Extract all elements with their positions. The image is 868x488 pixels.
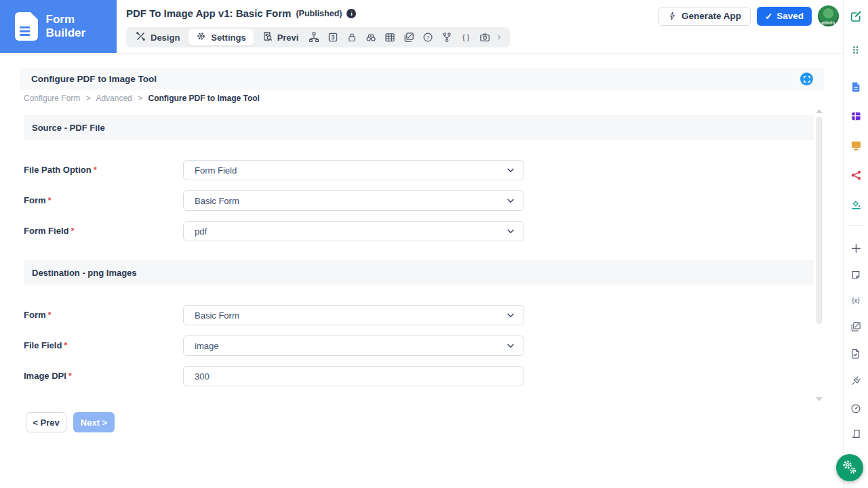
field-label: Form*: [24, 305, 173, 325]
field-value-icon[interactable]: $: [323, 29, 342, 45]
brand-name: Form Builder: [46, 13, 117, 40]
field-label: File Field*: [24, 336, 173, 356]
fullscreen-icon: [804, 76, 810, 83]
report-icon[interactable]: [848, 346, 864, 362]
toolbar-overflow-icon[interactable]: [494, 29, 504, 45]
gears-icon: [838, 456, 861, 479]
dest-form-select[interactable]: Basic Form: [183, 305, 524, 325]
prev-button[interactable]: < Prev: [26, 412, 66, 432]
scrollbar-thumb[interactable]: [816, 117, 822, 324]
page-title: Configure PDF to Image Tool: [31, 74, 157, 84]
field-label: Form Field*: [24, 221, 173, 241]
breadcrumb-item-current: Configure PDF to Image Tool: [148, 94, 259, 103]
scrollbar-down-arrow[interactable]: [816, 397, 823, 401]
variable-icon[interactable]: {x}: [848, 292, 864, 308]
source-form-field-select[interactable]: pdf: [183, 221, 524, 241]
tab-settings-label: Settings: [211, 33, 245, 43]
field-label: Form*: [24, 190, 173, 211]
add-icon[interactable]: [848, 240, 864, 256]
view-tabbar: Design Settings: [126, 27, 320, 47]
svg-text:?: ?: [427, 35, 430, 41]
paint-icon[interactable]: [848, 197, 864, 213]
svg-text:{x}: {x}: [852, 297, 860, 304]
tab-design[interactable]: Design: [128, 29, 187, 45]
right-sidebar: {x}: [843, 0, 868, 488]
app-header: Form Builder PDF To Image App v1: Basic …: [0, 0, 843, 54]
lock-icon[interactable]: [342, 29, 361, 45]
camera-icon[interactable]: [475, 29, 494, 45]
settings-fab-button[interactable]: [836, 454, 863, 481]
gear-icon: [196, 31, 206, 43]
page-flip-icon[interactable]: [848, 426, 864, 442]
svg-text:{ }: { }: [462, 33, 469, 41]
design-icon: [136, 31, 146, 43]
drag-handle-icon[interactable]: [848, 42, 864, 58]
document-icon[interactable]: [848, 79, 864, 95]
braces-icon[interactable]: { }: [456, 29, 475, 45]
chevron-down-icon: [506, 196, 515, 205]
field-label: Image DPI*: [24, 366, 173, 386]
app-logo[interactable]: Form Builder: [0, 0, 117, 53]
image-copy-icon[interactable]: [399, 29, 418, 45]
breadcrumb-separator: >: [138, 94, 142, 103]
main-area: Form Builder PDF To Image App v1: Basic …: [0, 0, 843, 488]
tab-design-label: Design: [151, 33, 180, 43]
breadcrumb: Configure Form > Advanced > Configure PD…: [24, 94, 260, 103]
help-icon[interactable]: ?: [418, 29, 437, 45]
table-widget-icon[interactable]: [848, 108, 864, 124]
monitor-icon[interactable]: [848, 137, 864, 153]
chevron-down-icon: [506, 310, 515, 320]
source-form-select[interactable]: Basic Form: [183, 190, 524, 211]
page-title-band: Configure PDF to Image Tool: [20, 68, 824, 90]
breadcrumb-separator: >: [86, 94, 91, 103]
section-header-destination: Destination - png Images: [24, 260, 814, 285]
note-icon[interactable]: [848, 267, 864, 283]
breadcrumb-item[interactable]: Configure Form: [24, 94, 80, 103]
form-builder-logo-icon: [15, 12, 38, 41]
section-header-source: Source - PDF File: [24, 115, 814, 140]
gauge-icon[interactable]: [848, 401, 864, 417]
edit-icon[interactable]: [848, 8, 864, 24]
image-dpi-input[interactable]: [183, 366, 524, 386]
chevron-down-icon: [506, 165, 515, 175]
branch-icon[interactable]: [437, 29, 456, 45]
field-label: File Path Option*: [24, 160, 173, 180]
table-icon[interactable]: [380, 29, 399, 45]
fullscreen-button[interactable]: [800, 73, 813, 85]
svg-text:$: $: [332, 34, 335, 41]
images-icon[interactable]: [848, 319, 864, 335]
bolt-icon: [668, 11, 677, 21]
app-status: (Published): [296, 9, 342, 18]
info-icon[interactable]: i: [347, 9, 356, 18]
binoculars-icon[interactable]: [361, 29, 380, 45]
tab-settings[interactable]: Settings: [189, 29, 253, 45]
app-title: PDF To Image App v1: Basic Form: [126, 7, 291, 19]
sidebar-divider: [848, 225, 865, 226]
sitemap-icon[interactable]: [304, 29, 323, 45]
breadcrumb-item[interactable]: Advanced: [96, 94, 132, 103]
file-path-option-select[interactable]: Form Field: [183, 160, 524, 180]
saved-button[interactable]: ✓ Saved: [757, 7, 812, 26]
tools-toolbar: $: [298, 27, 510, 47]
dest-file-field-select[interactable]: image: [183, 336, 524, 356]
scrollbar-up-arrow[interactable]: [816, 109, 823, 113]
avatar[interactable]: admin: [818, 5, 839, 26]
generate-app-button[interactable]: Generate App: [658, 7, 751, 26]
check-icon: ✓: [765, 11, 772, 22]
chevron-down-icon: [506, 226, 515, 236]
share-nodes-icon[interactable]: [848, 167, 864, 183]
chevron-down-icon: [506, 341, 515, 350]
plug-icon[interactable]: [848, 373, 864, 389]
next-button[interactable]: Next >: [73, 412, 115, 432]
preview-icon: [262, 31, 273, 43]
